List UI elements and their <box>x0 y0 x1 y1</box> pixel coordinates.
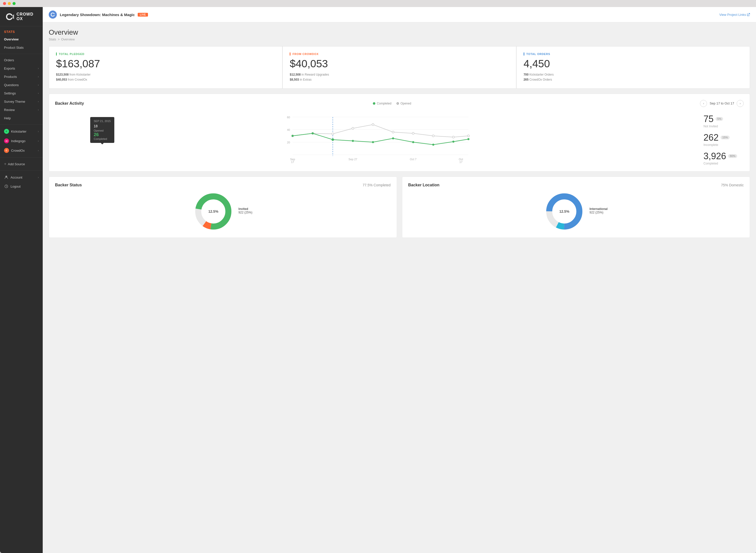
svg-point-20 <box>468 135 470 137</box>
products-label: Products <box>4 75 17 79</box>
sidebar-overview-label: Overview <box>4 37 19 41</box>
kickstarter-chevron-icon: › <box>38 130 39 133</box>
backer-location-header: Backer Location 75% Domestic <box>408 183 744 187</box>
sidebar-item-review[interactable]: Review › <box>0 106 43 114</box>
sidebar-item-products[interactable]: Products › <box>0 73 43 81</box>
survey-theme-label: Survey Theme <box>4 100 25 103</box>
minimize-button[interactable] <box>8 2 11 5</box>
backer-location-legend: International 922 (25%) <box>589 207 608 216</box>
page-title: Overview <box>49 28 750 36</box>
incomplete-label: Incomplete <box>703 143 744 147</box>
orders-label: Orders <box>4 58 14 62</box>
view-project-links[interactable]: View Project Links <box>719 13 750 17</box>
total-orders-label: TOTAL ORDERS <box>524 53 743 56</box>
chart-svg-wrap: SEP 21, 2015 18 Opened 26 Completed <box>55 112 698 162</box>
account-chevron-icon: › <box>38 176 39 179</box>
review-chevron-icon: › <box>38 108 39 111</box>
logout-button[interactable]: Logout <box>0 182 43 191</box>
svg-point-18 <box>432 135 434 137</box>
breadcrumb-current: Overview <box>61 37 75 41</box>
project-avatar <box>49 11 57 19</box>
divider-2 <box>0 124 43 125</box>
kickstarter-label: Kickstarter <box>11 130 26 133</box>
completed-label: Completed <box>703 162 744 165</box>
backer-activity-card: Backer Activity Completed Opened <box>49 94 750 171</box>
svg-point-13 <box>332 133 334 135</box>
svg-text:12.5%: 12.5% <box>208 210 218 214</box>
total-orders-sub: 700 Kickstarter Orders 265 CrowdOx Order… <box>524 72 743 82</box>
sidebar-item-survey-theme[interactable]: Survey Theme › <box>0 97 43 106</box>
invited-legend-item: Invited 922 (25%) <box>238 207 252 214</box>
sidebar-item-orders[interactable]: Orders <box>0 56 43 64</box>
add-source-plus-icon: + <box>4 162 6 166</box>
sidebar: CROWD OX Stats Overview Product Stats Or… <box>0 7 43 553</box>
tooltip-completed-value: 26 <box>94 132 111 137</box>
questions-label: Questions <box>4 83 19 87</box>
sidebar-item-product-stats[interactable]: Product Stats <box>0 44 43 52</box>
sidebar-item-kickstarter[interactable]: K Kickstarter › <box>0 127 43 136</box>
project-title: Legendary Showdown: Machines & Magic <box>60 13 135 17</box>
svg-text:60: 60 <box>287 116 290 119</box>
svg-text:Oct 7: Oct 7 <box>410 158 416 161</box>
settings-label: Settings <box>4 91 16 95</box>
legend-completed: Completed <box>373 102 391 105</box>
total-orders-value: 4,450 <box>524 59 743 69</box>
not-invited-badge: 5% <box>715 117 723 121</box>
backer-status-pct: 77.5% Completed <box>363 183 390 187</box>
total-pledged-label: TOTAL PLEDGED <box>56 53 275 56</box>
sidebar-item-indiegogo[interactable]: 40 Indiegogo › <box>0 136 43 146</box>
logout-icon <box>4 184 9 188</box>
international-label: International <box>589 207 608 211</box>
total-pledged-card: TOTAL PLEDGED $163,087 $123,508 from Kic… <box>49 47 282 88</box>
live-badge: LIVE <box>138 13 148 17</box>
chart-next-button[interactable]: › <box>737 100 744 107</box>
incomplete-badge: 15% <box>721 136 730 139</box>
sidebar-item-overview[interactable]: Overview <box>0 35 43 44</box>
svg-point-30 <box>468 138 470 140</box>
svg-text:12.5%: 12.5% <box>559 210 569 214</box>
sidebar-item-settings[interactable]: Settings › <box>0 89 43 97</box>
tooltip-opened-label: Opened <box>94 129 111 132</box>
invited-label: Invited <box>238 207 248 211</box>
completed-value: 3,926 80% <box>703 152 744 161</box>
chart-stats-right: 75 5% Not Invited 262 15% Incompl <box>703 112 744 165</box>
logout-label: Logout <box>11 184 21 188</box>
svg-point-25 <box>372 141 374 143</box>
logo-text: CROWD OX <box>17 12 38 21</box>
svg-point-14 <box>352 127 354 129</box>
svg-text:Sep 27: Sep 27 <box>349 158 357 161</box>
not-invited-stat: 75 5% Not Invited <box>703 114 744 128</box>
svg-text:17: 17 <box>459 160 462 163</box>
svg-point-24 <box>352 140 354 142</box>
svg-point-2 <box>49 11 57 19</box>
close-button[interactable] <box>3 2 6 5</box>
sidebar-item-questions[interactable]: Questions › <box>0 81 43 89</box>
settings-chevron-icon: › <box>38 92 39 95</box>
account-button[interactable]: Account › <box>0 173 43 182</box>
external-link-icon <box>747 13 750 16</box>
backer-location-donut: 12.5% <box>544 191 584 232</box>
indiegogo-label: Indiegogo <box>11 139 25 143</box>
sidebar-item-crowdox[interactable]: C CrowdOx › <box>0 146 43 155</box>
invited-sublabel: 922 (25%) <box>238 211 252 214</box>
svg-point-15 <box>372 124 374 126</box>
maximize-button[interactable] <box>13 2 16 5</box>
sidebar-item-exports[interactable]: Exports › <box>0 64 43 73</box>
indiegogo-chevron-icon: › <box>38 140 39 142</box>
tooltip-arrow-icon <box>101 143 104 144</box>
add-source-button[interactable]: + Add Source <box>0 159 43 168</box>
svg-point-26 <box>392 137 394 139</box>
divider-4 <box>0 170 43 171</box>
svg-point-27 <box>412 141 414 143</box>
topbar-left: Legendary Showdown: Machines & Magic LIV… <box>49 11 148 19</box>
backer-status-donut: 12.5% <box>193 191 233 232</box>
sidebar-item-help[interactable]: Help <box>0 114 43 122</box>
crowdox-label: CrowdOx <box>11 149 25 152</box>
tooltip-date: SEP 21, 2015 <box>94 120 111 123</box>
chart-prev-button[interactable]: ‹ <box>700 100 707 107</box>
chart-nav: ‹ Sep 17 to Oct 17 › <box>700 100 744 107</box>
svg-point-29 <box>452 141 455 143</box>
incomplete-value: 262 15% <box>703 133 744 142</box>
logo-area: CROWD OX <box>0 7 43 26</box>
svg-point-22 <box>312 132 314 134</box>
